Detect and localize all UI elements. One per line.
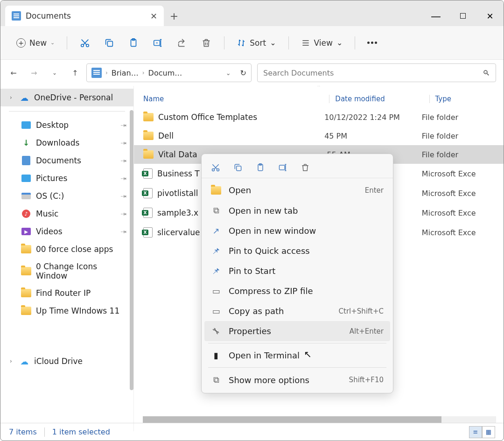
thumbnails-view-button[interactable]: ▦	[482, 426, 495, 438]
sidebar: › ☁ OneDrive - Personal Desktop📌︎↓Downlo…	[0, 86, 134, 431]
chevron-right-icon: ›	[10, 94, 14, 101]
ctx-compress[interactable]: ▭Compress to ZIP file	[202, 281, 393, 301]
col-date[interactable]: Date modified	[329, 95, 429, 103]
sidebar-item[interactable]: Documents📌︎	[0, 152, 133, 169]
status-bar: 7 items 1 item selected ≡ ▦	[0, 423, 504, 441]
view-button[interactable]: View ⌄	[296, 35, 348, 51]
svg-point-7	[217, 168, 219, 171]
cut-button[interactable]	[75, 33, 95, 53]
sidebar-item[interactable]: 00 force close apps	[0, 240, 133, 258]
col-name[interactable]: Name	[143, 95, 329, 103]
drive-icon	[21, 191, 31, 201]
ctx-copy-path[interactable]: ▭Copy as pathCtrl+Shift+C	[202, 301, 393, 321]
path-icon: ▭	[211, 306, 221, 316]
pin-icon: 📌︎	[211, 266, 221, 276]
paste-icon[interactable]	[256, 163, 265, 172]
svg-rect-8	[237, 166, 241, 170]
copy-button[interactable]	[99, 33, 119, 53]
documents-icon	[91, 68, 102, 78]
up-button[interactable]: ↑	[70, 69, 81, 77]
sidebar-item[interactable]: Pictures📌︎	[0, 169, 133, 187]
rename-button[interactable]	[147, 33, 168, 53]
pin-icon: 📌︎	[119, 120, 128, 130]
minimize-button[interactable]: —	[422, 6, 449, 26]
close-window-button[interactable]: ✕	[476, 6, 504, 26]
sidebar-item-onedrive[interactable]: › ☁ OneDrive - Personal	[0, 89, 133, 106]
documents-icon	[12, 11, 21, 21]
copy-icon[interactable]	[233, 163, 243, 172]
horizontal-scrollbar[interactable]	[143, 416, 496, 423]
scrollbar[interactable]	[130, 110, 133, 390]
folder-icon	[21, 244, 31, 254]
file-row[interactable]: Custom Office Templates10/12/2022 1:24 P…	[134, 108, 504, 126]
chevron-right-icon: ›	[10, 358, 14, 364]
pin-icon: 📌︎	[119, 226, 128, 236]
sidebar-item[interactable]: Find Router IP	[0, 284, 133, 302]
search-input[interactable]: Search Documents 🔍︎	[257, 63, 496, 82]
sidebar-item[interactable]: ▶Videos📌︎	[0, 223, 133, 240]
window-controls: — ✕	[422, 6, 504, 26]
chevron-down-icon: ⌄	[270, 38, 276, 47]
close-tab-icon[interactable]: ✕	[150, 11, 157, 21]
plus-icon: +	[16, 38, 26, 48]
tab-documents[interactable]: Documents ✕	[5, 6, 164, 26]
sidebar-item[interactable]: OS (C:)📌︎	[0, 187, 133, 205]
item-count: 7 items	[9, 427, 37, 436]
downloads-icon: ↓	[21, 138, 31, 148]
nav-bar: ← → ⌄ ↑ › Brian… › Docum… ⌄ ↻ Search Doc…	[0, 60, 504, 86]
share-button[interactable]	[172, 33, 192, 53]
terminal-icon: ▮	[211, 350, 221, 360]
wrench-icon: 🔧︎	[211, 326, 221, 336]
window-icon: ↗	[211, 226, 221, 236]
ctx-open-tab[interactable]: ⧉Open in new tab	[202, 200, 393, 221]
cloud-icon: ☁	[19, 356, 29, 366]
sidebar-item-icloud[interactable]: › ☁ iCloud Drive	[0, 352, 133, 370]
refresh-button[interactable]: ↻	[240, 69, 246, 77]
ctx-open[interactable]: OpenEnter	[202, 180, 393, 200]
ctx-open-window[interactable]: ↗Open in new window	[202, 221, 393, 241]
pin-icon: 📌︎	[119, 191, 128, 201]
col-type[interactable]: Type	[429, 95, 494, 103]
details-view-button[interactable]: ≡	[469, 426, 482, 438]
delete-icon[interactable]	[301, 163, 310, 172]
new-tab-button[interactable]: +	[164, 6, 184, 26]
sort-button[interactable]: Sort ⌄	[232, 35, 280, 51]
svg-rect-2	[108, 41, 113, 46]
rename-icon[interactable]	[278, 163, 287, 172]
forward-button[interactable]: →	[28, 69, 40, 77]
breadcrumb[interactable]: › Brian… › Docum… ⌄ ↻	[86, 63, 252, 82]
delete-button[interactable]	[196, 33, 217, 53]
maximize-button[interactable]	[449, 6, 476, 26]
toolbar: + New ⌄ Sort ⌄ View ⌄	[0, 26, 504, 60]
sidebar-item[interactable]: ↓Downloads📌︎	[0, 134, 133, 152]
tab-icon: ⧉	[211, 205, 221, 216]
pin-icon: 📌︎	[119, 209, 128, 218]
excel-icon	[143, 188, 153, 198]
pin-icon: 📌︎	[119, 173, 128, 183]
ctx-pin-start[interactable]: 📌︎Pin to Start	[202, 261, 393, 281]
context-menu: OpenEnter ⧉Open in new tab ↗Open in new …	[201, 154, 393, 393]
sidebar-item[interactable]: Desktop📌︎	[0, 116, 133, 134]
ctx-terminal[interactable]: ▮Open in Terminal	[202, 345, 393, 365]
cloud-icon: ☁	[19, 92, 29, 103]
file-row[interactable]: Dell45 PMFile folder	[134, 126, 504, 145]
ctx-pin-quick-access[interactable]: 📌︎Pin to Quick access	[202, 241, 393, 261]
recent-button[interactable]: ⌄	[49, 70, 60, 76]
more-icon: ⧉	[211, 375, 221, 385]
paste-button[interactable]	[123, 33, 144, 53]
folder-icon	[143, 113, 154, 121]
more-button[interactable]	[363, 38, 382, 48]
videos-icon: ▶	[21, 226, 31, 237]
sidebar-item[interactable]: Up Time WIndows 11	[0, 302, 133, 320]
documents-icon	[21, 155, 31, 166]
sidebar-item[interactable]: 0 Change Icons Window	[0, 258, 133, 284]
back-button[interactable]: ←	[8, 69, 19, 77]
ctx-show-more[interactable]: ⧉Show more optionsShift+F10	[202, 370, 393, 390]
chevron-down-icon[interactable]: ⌄	[226, 70, 231, 77]
ctx-properties[interactable]: 🔧︎PropertiesAlt+Enter	[204, 321, 390, 341]
new-button[interactable]: + New ⌄	[12, 35, 59, 51]
sidebar-item[interactable]: ♪Music📌︎	[0, 205, 133, 223]
cut-icon[interactable]	[211, 163, 220, 172]
chevron-down-icon: ⌄	[50, 40, 55, 46]
zip-icon: ▭	[211, 286, 221, 296]
